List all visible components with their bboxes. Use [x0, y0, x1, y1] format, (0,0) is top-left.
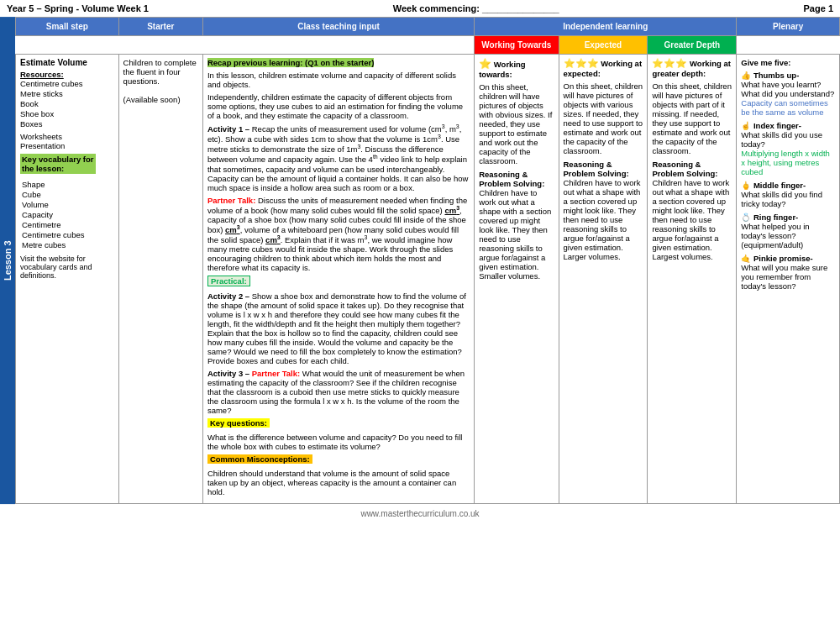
middle-section: 🖕 Middle finger- What skills did you fin… [741, 181, 835, 208]
practical-label: Practical: [207, 276, 250, 286]
header-right: Page 1 [804, 3, 833, 13]
resource-7: Presentation [20, 141, 114, 150]
col-small-step: Small step [16, 18, 119, 36]
thumb-emoji: 👍 [741, 71, 751, 80]
footer: www.masterthecurriculum.co.uk [0, 504, 840, 523]
misconceptions-text: Children should understand that volume i… [207, 469, 470, 496]
key-questions-label: Key questions: [207, 418, 270, 428]
col-plenary: Plenary [737, 18, 840, 36]
middle-title: Middle finger- [753, 181, 806, 190]
activity2: Activity 2 – Show a shoe box and demonst… [207, 291, 470, 365]
vocab-4: Capacity [22, 210, 114, 219]
exp-cell: ⭐⭐⭐ Working at expected: On this sheet, … [559, 55, 648, 504]
ring-title: Ring finger- [753, 213, 798, 222]
middle-q: What skills did you find tricky today? [741, 190, 835, 208]
thumb-note: Capacity can sometimes be the same as vo… [741, 98, 835, 117]
recap-text1: In this lesson, children estimate volume… [207, 71, 470, 89]
main-container: Lesson 3 Small step Starter Class teachi… [0, 17, 840, 504]
starter-cell: Children to complete the fluent in four … [118, 55, 202, 504]
thumb-title: Thumbs up- [753, 71, 799, 80]
index-emoji: ☝️ [741, 121, 751, 130]
ring-section: 💍 Ring finger- What helped you in today'… [741, 213, 835, 249]
vocab-7: Metre cubes [22, 240, 114, 249]
activity3: Activity 3 – Partner Talk: What would th… [207, 369, 470, 415]
vocab-6: Centimetre cubes [22, 230, 114, 239]
col-wt: Working Towards [475, 36, 559, 55]
resource-5: Boxes [20, 119, 114, 129]
col-starter: Starter [118, 18, 202, 36]
exp-reasoning-title: Reasoning & Problem Solving: [564, 160, 643, 178]
resources-list: Centimetre cubes Metre sticks Book Shoe … [20, 79, 114, 129]
resource-2: Metre sticks [20, 89, 114, 98]
key-vocab-label: Key vocabulary forthe lesson: [20, 154, 96, 174]
ring-emoji: 💍 [741, 213, 751, 222]
lesson-label: Lesson 3 [0, 17, 15, 504]
key-questions-text: What is the difference between volume an… [207, 433, 470, 451]
vocab-5: Centimetre [22, 220, 114, 229]
wt-reasoning-text: Children have to work out what a shape w… [479, 188, 554, 281]
index-section: ☝️ Index finger- What skills did you use… [741, 121, 835, 176]
vocab-2: Cube [22, 190, 114, 199]
starter-text: Children to complete the fluent in four … [123, 58, 198, 86]
index-note: Multiplying length x width x height, usi… [741, 149, 835, 176]
vocab-3: Volume [22, 200, 114, 209]
col-independent: Independent learning [475, 18, 737, 36]
col-gd: Greater Depth [648, 36, 737, 55]
pinkie-section: 🤙 Pinkie promise- What will you make sur… [741, 254, 835, 291]
wt-reasoning-title: Reasoning & Problem Solving: [479, 170, 554, 188]
small-step-cell: Estimate Volume Resources: Centimetre cu… [16, 55, 119, 504]
gd-cell: ⭐⭐⭐ Working at greater depth: On this sh… [648, 55, 737, 504]
vocab-1: Shape [22, 180, 114, 189]
exp-text: On this sheet, children will have pictur… [564, 81, 643, 155]
estimate-volume-title: Estimate Volume [20, 58, 114, 67]
resource-6: Worksheets [20, 132, 114, 141]
teaching-cell: Recap previous learning: (Q1 on the star… [202, 55, 474, 504]
plenary-cell: Give me five: 👍 Thumbs up- What have you… [737, 55, 840, 504]
col-exp: Expected [559, 36, 648, 55]
main-table: Small step Starter Class teaching input … [15, 17, 840, 504]
thumb-section: 👍 Thumbs up- What have you learnt? What … [741, 71, 835, 117]
ring-q: What helped you in today's lesson? (equi… [741, 222, 835, 249]
footer-url: www.masterthecurriculum.co.uk [360, 509, 479, 518]
resource-4: Shoe box [20, 109, 114, 118]
pinkie-emoji: 🤙 [741, 254, 751, 263]
activity1: Activity 1 – Recap the units of measurem… [207, 123, 470, 192]
pinkie-title: Pinkie promise- [753, 254, 813, 263]
resource-3: Book [20, 99, 114, 108]
misconceptions-label: Common Misconceptions: [207, 454, 312, 464]
index-title: Index finger- [753, 121, 801, 130]
resource-1: Centimetre cubes [20, 79, 114, 88]
plenary-intro: Give me five: [741, 58, 835, 67]
wt-cell: ⭐ Working towards: On this sheet, childr… [475, 55, 559, 504]
vocab-list: Shape Cube Volume Capacity Centimetre Ce… [22, 180, 114, 249]
resources-title: Resources: [20, 70, 114, 79]
content-row: Estimate Volume Resources: Centimetre cu… [16, 55, 840, 504]
header-left: Year 5 – Spring - Volume Week 1 [7, 3, 149, 13]
middle-emoji: 🖕 [741, 181, 751, 190]
starter-available: (Available soon) [123, 95, 198, 104]
thumb-q: What have you learnt? What did you under… [741, 80, 835, 98]
partner-talk1: Partner Talk: Discuss the units of measu… [207, 196, 470, 272]
exp-reasoning-text: Children have to work out what a shape w… [564, 178, 643, 261]
index-q: What skills did you use today? [741, 130, 835, 149]
gd-reasoning-title: Reasoning & Problem Solving: [652, 160, 732, 178]
website-note: Visit the website for vocabulary cards a… [20, 255, 114, 280]
sub-header-row: Working Towards Expected Greater Depth [16, 36, 840, 55]
header-row: Small step Starter Class teaching input … [16, 18, 840, 36]
gd-reasoning-text: Children have to work out what a shape w… [652, 178, 732, 261]
header-center: Week commencing: _______________ [393, 3, 559, 13]
page-header: Year 5 – Spring - Volume Week 1 Week com… [0, 0, 840, 17]
col-teaching: Class teaching input [202, 18, 474, 36]
pinkie-q: What will you make sure you remember fro… [741, 263, 835, 291]
recap-text2: Independently, children estimate the cap… [207, 92, 470, 120]
recap-label: Recap previous learning: (Q1 on the star… [207, 58, 375, 67]
gd-text: On this sheet, children will have pictur… [652, 81, 732, 155]
wt-text: On this sheet, children will have pictur… [479, 82, 554, 165]
